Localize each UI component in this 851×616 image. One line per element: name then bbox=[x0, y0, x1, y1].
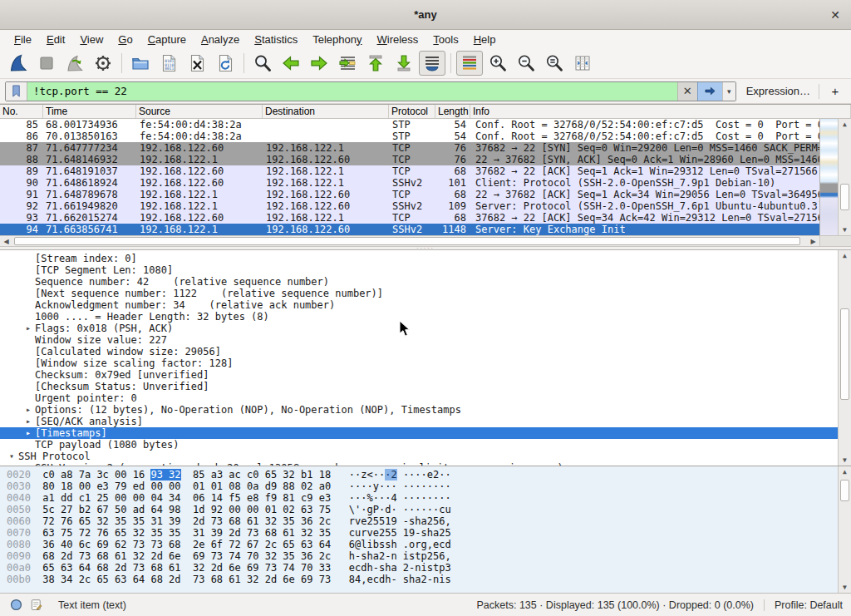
zoom-original-button[interactable] bbox=[541, 51, 568, 76]
packet-row-90[interactable]: 9071.648618924192.168.122.60192.168.122.… bbox=[0, 177, 851, 189]
detail-line-15[interactable]: ▸[Timestamps] bbox=[0, 427, 851, 439]
hex-row-0030[interactable]: 0030 80 18 00 e3 79 ed 00 00 01 01 08 0a… bbox=[7, 480, 851, 492]
detail-line-6[interactable]: ▸Flags: 0x018 (PSH, ACK) bbox=[0, 323, 851, 334]
scroll-down-icon[interactable]: ▼ bbox=[839, 455, 851, 466]
menu-tools[interactable]: Tools bbox=[426, 32, 465, 47]
hex-row-0040[interactable]: 0040 a1 dd c1 25 00 00 04 34 06 14 f5 e8… bbox=[7, 492, 851, 504]
expert-info-button[interactable] bbox=[8, 599, 23, 612]
column-header-source[interactable]: Source bbox=[136, 105, 263, 118]
zoom-in-button[interactable] bbox=[485, 51, 511, 76]
packet-list-vscrollbar[interactable]: ▲ ▼ bbox=[838, 119, 851, 235]
packet-row-88[interactable]: 8871.648146932192.168.122.1192.168.122.6… bbox=[0, 154, 851, 165]
go-to-packet-button[interactable] bbox=[334, 51, 361, 76]
detail-line-14[interactable]: ▸[SEQ/ACK analysis] bbox=[0, 416, 851, 427]
menu-telephony[interactable]: Telephony bbox=[305, 32, 369, 47]
hex-row-0070[interactable]: 0070 63 75 72 76 65 32 35 35 31 39 2d 73… bbox=[7, 527, 851, 539]
hex-row-0090[interactable]: 0090 68 2d 73 68 61 32 2d 6e 69 73 74 70… bbox=[7, 550, 851, 562]
column-header-time[interactable]: Time bbox=[43, 105, 136, 118]
hex-row-0080[interactable]: 0080 36 40 6c 69 62 73 73 68 2e 6f 72 67… bbox=[7, 539, 851, 550]
packet-row-86[interactable]: 8670.013850163fe:54:00:d4:38:2aSTP54Conf… bbox=[0, 131, 851, 142]
tree-collapsed-icon[interactable]: ▸ bbox=[22, 404, 35, 416]
detail-line-5[interactable]: 1000 .... = Header Length: 32 bytes (8) bbox=[0, 311, 851, 323]
detail-line-9[interactable]: [Window size scaling factor: 128] bbox=[0, 357, 851, 369]
display-filter-input[interactable] bbox=[27, 82, 677, 101]
column-header-destination[interactable]: Destination bbox=[263, 105, 389, 118]
scroll-up-icon[interactable]: ▲ bbox=[839, 250, 851, 261]
close-file-button[interactable] bbox=[184, 51, 210, 76]
tree-collapsed-icon[interactable]: ▸ bbox=[22, 416, 35, 427]
reload-file-button[interactable] bbox=[212, 51, 239, 76]
bytes-scroll-thumb[interactable] bbox=[840, 480, 849, 501]
zoom-out-button[interactable] bbox=[513, 51, 539, 76]
menu-help[interactable]: Help bbox=[466, 32, 504, 47]
column-header-info[interactable]: Info bbox=[470, 105, 851, 118]
window-close-button[interactable]: ✕ bbox=[828, 7, 843, 22]
packet-row-89[interactable]: 8971.648191037192.168.122.60192.168.122.… bbox=[0, 165, 851, 177]
stop-capture-button[interactable] bbox=[33, 51, 60, 76]
menu-statistics[interactable]: Statistics bbox=[247, 32, 305, 47]
filter-add-button[interactable]: + bbox=[824, 82, 846, 101]
colorize-button[interactable] bbox=[456, 51, 483, 76]
open-file-button[interactable] bbox=[127, 51, 154, 76]
packet-row-93[interactable]: 9371.662015274192.168.122.60192.168.122.… bbox=[0, 212, 851, 224]
column-header-protocol[interactable]: Protocol bbox=[389, 105, 435, 118]
capture-comment-button[interactable] bbox=[28, 599, 43, 612]
hex-row-00a0[interactable]: 00a0 65 63 64 68 2d 73 68 61 32 2d 6e 69… bbox=[7, 562, 851, 574]
menu-analyze[interactable]: Analyze bbox=[194, 32, 247, 47]
detail-line-8[interactable]: [Calculated window size: 29056] bbox=[0, 346, 851, 357]
tree-expanded-icon[interactable]: ▾ bbox=[5, 451, 18, 462]
detail-line-12[interactable]: Urgent pointer: 0 bbox=[0, 392, 851, 404]
detail-line-16[interactable]: TCP payload (1080 bytes) bbox=[0, 439, 851, 451]
scroll-down-icon[interactable]: ▼ bbox=[839, 224, 851, 235]
go-to-bottom-button[interactable] bbox=[391, 51, 417, 76]
hex-row-00b0[interactable]: 00b0 38 34 2c 65 63 64 68 2d 73 68 61 32… bbox=[7, 574, 851, 585]
column-header-length[interactable]: Length bbox=[435, 105, 470, 118]
filter-dropdown-button[interactable]: ▾ bbox=[722, 82, 735, 101]
packet-row-94[interactable]: 9471.663856741192.168.122.1192.168.122.6… bbox=[0, 224, 851, 235]
scroll-left-icon[interactable]: ◀ bbox=[0, 236, 12, 246]
expression-button[interactable]: Expression… bbox=[746, 85, 810, 97]
filter-bookmark-button[interactable] bbox=[6, 82, 27, 101]
find-packet-button[interactable] bbox=[249, 51, 276, 76]
detail-line-2[interactable]: Sequence number: 42 (relative sequence n… bbox=[0, 276, 851, 288]
detail-line-11[interactable]: [Checksum Status: Unverified] bbox=[0, 381, 851, 392]
tree-collapsed-icon[interactable]: ▸ bbox=[22, 323, 35, 334]
filter-clear-button[interactable]: ✕ bbox=[677, 82, 697, 101]
details-scroll-thumb[interactable] bbox=[840, 308, 849, 400]
capture-options-button[interactable] bbox=[90, 51, 116, 76]
bytes-vscrollbar[interactable]: ▲ ▼ bbox=[838, 466, 851, 593]
detail-line-3[interactable]: [Next sequence number: 1122 (relative se… bbox=[0, 288, 851, 299]
packet-list-scroll-thumb[interactable] bbox=[840, 184, 849, 210]
packet-list-hscrollbar[interactable]: ◀ ▶ bbox=[0, 235, 851, 246]
hex-row-0020[interactable]: 0020 c0 a8 7a 3c 00 16 93 32 85 a3 ac c0… bbox=[7, 469, 851, 480]
detail-line-13[interactable]: ▸Options: (12 bytes), No-Operation (NOP)… bbox=[0, 404, 851, 416]
detail-line-7[interactable]: Window size value: 227 bbox=[0, 334, 851, 346]
menu-edit[interactable]: Edit bbox=[39, 32, 72, 47]
hscroll-thumb[interactable] bbox=[14, 237, 800, 245]
profile-status[interactable]: Profile: Default bbox=[775, 599, 843, 611]
packet-row-87[interactable]: 8771.647777234192.168.122.60192.168.122.… bbox=[0, 142, 851, 154]
detail-line-10[interactable]: Checksum: 0x79ed [unverified] bbox=[0, 369, 851, 381]
detail-line-4[interactable]: Acknowledgment number: 34 (relative ack … bbox=[0, 299, 851, 311]
go-to-top-button[interactable] bbox=[362, 51, 389, 76]
scroll-down-icon[interactable]: ▼ bbox=[839, 582, 851, 593]
menu-capture[interactable]: Capture bbox=[140, 32, 194, 47]
start-capture-button[interactable] bbox=[5, 51, 32, 76]
detail-line-17[interactable]: ▾SSH Protocol bbox=[0, 451, 851, 462]
save-file-button[interactable]: 010101100011 bbox=[155, 51, 182, 76]
go-forward-button[interactable] bbox=[306, 51, 332, 76]
scroll-up-icon[interactable]: ▲ bbox=[839, 466, 851, 477]
packet-list-minimap[interactable] bbox=[819, 119, 838, 235]
menu-wireless[interactable]: Wireless bbox=[370, 32, 426, 47]
auto-scroll-button[interactable] bbox=[419, 51, 445, 76]
menu-file[interactable]: File bbox=[7, 32, 39, 47]
hex-row-0060[interactable]: 0060 72 76 65 32 35 35 31 39 2d 73 68 61… bbox=[7, 515, 851, 527]
details-vscrollbar[interactable]: ▲ ▼ bbox=[838, 250, 851, 466]
packet-row-91[interactable]: 9171.648789678192.168.122.1192.168.122.6… bbox=[0, 189, 851, 200]
titlebar[interactable]: *any ✕ bbox=[0, 0, 851, 30]
packet-row-92[interactable]: 9271.661949820192.168.122.1192.168.122.6… bbox=[0, 200, 851, 212]
filter-apply-button[interactable] bbox=[697, 82, 722, 101]
scroll-right-icon[interactable]: ▶ bbox=[807, 236, 819, 246]
packet-row-85[interactable]: 8568.001734936fe:54:00:d4:38:2aSTP54Conf… bbox=[0, 119, 851, 131]
menu-go[interactable]: Go bbox=[111, 32, 140, 47]
